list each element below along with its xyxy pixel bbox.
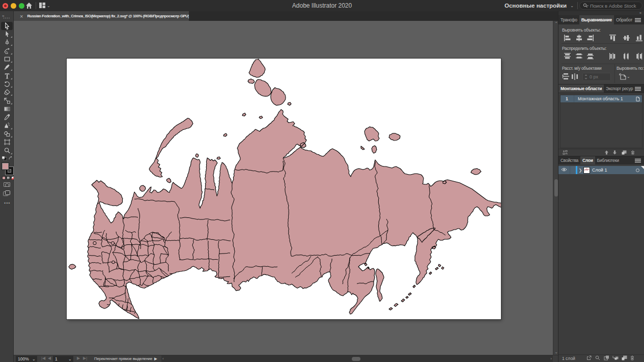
last-artboard-icon[interactable]: ▶| xyxy=(83,356,87,360)
move-artboard-down-icon[interactable] xyxy=(612,150,617,155)
align-center-v-button[interactable] xyxy=(623,34,630,42)
move-artboard-up-icon[interactable] xyxy=(604,150,609,155)
align-panel-menu-icon[interactable] xyxy=(635,15,644,24)
dist-top-button[interactable] xyxy=(564,52,571,60)
screen-mode-button[interactable] xyxy=(3,190,10,196)
zoom-window-button[interactable] xyxy=(19,3,24,9)
tool-symbol-sprayer[interactable] xyxy=(1,122,13,130)
new-artboard-icon[interactable] xyxy=(622,150,627,155)
scroll-right-icon[interactable]: › xyxy=(550,357,552,361)
artboard-chevron[interactable]: ⌄ xyxy=(66,356,73,362)
tab-pathfinder[interactable]: Обработ xyxy=(614,15,634,24)
document-tab[interactable]: × Russian Federation_with_Crimea_ISO(Мер… xyxy=(14,11,189,21)
status-menu-icon[interactable]: ▶ xyxy=(154,356,157,361)
rearrange-artboards-icon[interactable] xyxy=(563,150,568,155)
artboard-page-icon[interactable] xyxy=(634,96,642,102)
close-window-button[interactable] xyxy=(3,3,8,9)
tool-pen[interactable] xyxy=(1,38,13,46)
tab-libraries[interactable]: Библиотеки xyxy=(595,156,621,164)
tool-shaper[interactable] xyxy=(1,130,13,138)
layer-expand-chevron-icon[interactable]: ❯ xyxy=(577,168,583,173)
tool-scale[interactable] xyxy=(1,97,13,105)
collapse-panels-icon[interactable]: » xyxy=(558,11,644,15)
artboard-number-box[interactable]: 1 xyxy=(53,356,66,362)
tool-selection[interactable] xyxy=(1,22,13,30)
spacing-value-input[interactable]: 0 px xyxy=(582,73,611,81)
tool-eyedropper[interactable] xyxy=(1,113,13,121)
tab-properties[interactable]: Свойства xyxy=(558,156,580,164)
dist-space-h-button[interactable] xyxy=(571,73,579,80)
locate-object-icon[interactable] xyxy=(595,355,600,360)
align-right-button[interactable] xyxy=(586,34,594,42)
gradient-button[interactable] xyxy=(7,176,10,180)
new-layer-icon[interactable] xyxy=(622,355,627,360)
delete-layer-icon[interactable] xyxy=(630,355,634,360)
swap-colors-icon[interactable] xyxy=(9,156,13,160)
toolbar-grip[interactable] xyxy=(3,17,10,19)
zoom-level-box[interactable]: 100% xyxy=(16,356,30,362)
scroll-left-icon[interactable]: ‹ xyxy=(162,357,164,361)
prev-artboard-icon[interactable]: ◀ xyxy=(48,356,51,360)
fill-color-swatch[interactable] xyxy=(2,162,9,170)
layer-row[interactable]: ❯ Слой 1 xyxy=(558,166,644,174)
russia-map-artwork[interactable] xyxy=(67,59,501,319)
tab-close-icon[interactable]: × xyxy=(20,13,23,19)
spacing-stepper-icon[interactable] xyxy=(584,74,587,79)
tool-type[interactable] xyxy=(1,72,13,80)
align-center-h-button[interactable] xyxy=(575,34,583,42)
dist-left-button[interactable] xyxy=(609,52,617,60)
workspace-chevron-icon[interactable]: ⌄ xyxy=(570,4,574,8)
tab-artboards[interactable]: Монтажные области xyxy=(558,85,604,93)
tab-align[interactable]: Выравнивание xyxy=(579,15,614,24)
artboards-panel-menu-icon[interactable] xyxy=(635,85,644,93)
vertical-scroll-thumb[interactable] xyxy=(554,179,558,197)
artboard-name[interactable]: Монтажная область 1 xyxy=(574,96,634,101)
horizontal-scroll-thumb[interactable] xyxy=(352,357,360,361)
zoom-chevron[interactable]: ⌄ xyxy=(30,356,37,362)
tool-gradient[interactable] xyxy=(1,105,13,113)
tab-transform[interactable]: Трансфо xyxy=(558,15,579,24)
layers-panel-menu-icon[interactable] xyxy=(635,156,644,164)
color-button[interactable] xyxy=(2,176,6,180)
minimize-window-button[interactable] xyxy=(11,3,16,9)
artboard-list-item[interactable]: 1 Монтажная область 1 xyxy=(561,95,642,102)
layer-name[interactable]: Слой 1 xyxy=(592,168,607,173)
next-artboard-icon[interactable]: ▶ xyxy=(77,356,80,360)
create-sublayer-icon[interactable] xyxy=(612,355,619,360)
draw-modes-button[interactable] xyxy=(4,182,10,187)
layer-visibility-eye-icon[interactable] xyxy=(558,168,570,173)
dist-right-button[interactable] xyxy=(635,52,643,60)
stock-search-input[interactable]: Поиск в Adobe Stock xyxy=(579,2,642,10)
tab-asset-export[interactable]: Экспорт ресур xyxy=(604,85,635,93)
tool-eraser[interactable] xyxy=(1,88,13,96)
layer-thumbnail[interactable] xyxy=(583,167,590,174)
delete-artboard-icon[interactable] xyxy=(631,150,635,155)
home-icon[interactable] xyxy=(25,2,33,10)
align-left-button[interactable] xyxy=(564,34,571,42)
dist-space-v-button[interactable] xyxy=(562,73,570,80)
tool-rectangle[interactable] xyxy=(1,55,13,63)
edit-toolbar-ellipsis[interactable]: ••• xyxy=(4,201,10,206)
dist-center-v-button[interactable] xyxy=(575,52,583,60)
layer-target-icon[interactable] xyxy=(636,169,639,172)
tab-layers[interactable]: Слои xyxy=(580,156,595,164)
artboard[interactable] xyxy=(67,59,501,319)
workspace-switcher[interactable]: Основные настройки xyxy=(505,0,567,11)
align-top-button[interactable] xyxy=(609,34,617,42)
tool-direct-selection[interactable] xyxy=(1,30,13,38)
canvas-pasteboard[interactable] xyxy=(14,21,553,355)
tool-zoom[interactable] xyxy=(1,147,13,155)
arrange-documents-icon[interactable] xyxy=(39,3,45,8)
first-artboard-icon[interactable]: |◀ xyxy=(41,356,45,360)
align-bottom-button[interactable] xyxy=(635,34,643,42)
dist-center-h-button[interactable] xyxy=(623,52,630,60)
collect-for-export-icon[interactable] xyxy=(586,355,592,360)
tool-curvature[interactable] xyxy=(1,47,13,55)
tool-rotate[interactable] xyxy=(1,80,13,88)
align-to-selection-dropdown[interactable]: ⌄ xyxy=(619,73,630,81)
dist-bottom-button[interactable] xyxy=(586,52,594,60)
arrange-chevron-icon[interactable]: ⌄ xyxy=(47,4,50,8)
tool-paintbrush[interactable] xyxy=(1,63,13,71)
make-clipping-mask-icon[interactable] xyxy=(604,355,609,360)
tool-artboard[interactable] xyxy=(1,138,13,146)
